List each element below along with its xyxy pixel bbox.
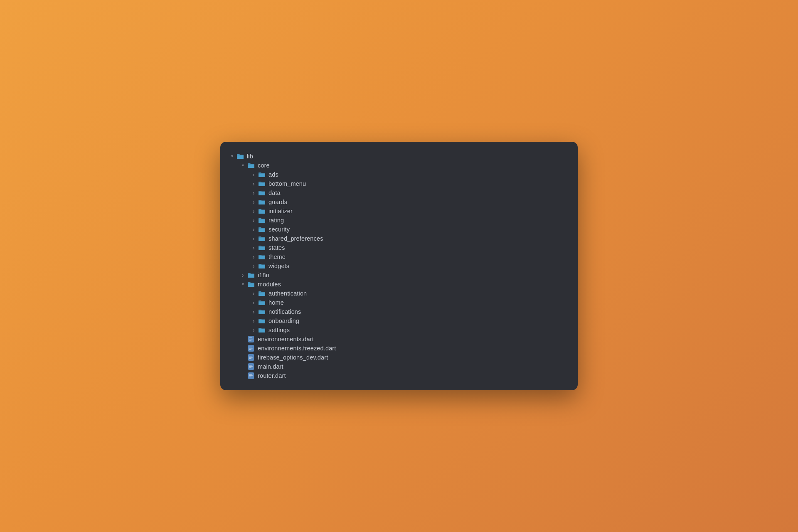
folder-icon	[258, 254, 266, 260]
folder-icon	[247, 272, 255, 278]
chevron-right-icon	[239, 272, 246, 278]
tree-item-guards[interactable]: guards	[220, 197, 578, 207]
svg-rect-13	[249, 365, 252, 366]
svg-rect-11	[249, 358, 251, 359]
folder-icon	[258, 290, 266, 297]
item-label: main.dart	[258, 364, 283, 370]
tree-item-authentication[interactable]: authentication	[220, 289, 578, 298]
item-label: core	[258, 163, 270, 169]
chevron-right-icon	[250, 199, 257, 205]
item-label: modules	[258, 281, 281, 288]
item-label: lib	[247, 153, 253, 160]
chevron-right-icon	[250, 190, 257, 196]
chevron-down-icon	[229, 153, 235, 160]
item-label: notifications	[268, 309, 301, 315]
tree-item-notifications[interactable]: notifications	[220, 307, 578, 316]
tree-item-environnements.freezed.dart[interactable]: environnements.freezed.dart	[220, 344, 578, 353]
folder-icon	[258, 235, 266, 242]
tree-item-bottom_menu[interactable]: bottom_menu	[220, 179, 578, 188]
tree-item-router.dart[interactable]: router.dart	[220, 371, 578, 380]
item-label: guards	[268, 199, 287, 205]
folder-icon	[258, 299, 266, 306]
chevron-right-icon	[250, 217, 257, 224]
tree-item-environnements.dart[interactable]: environnements.dart	[220, 335, 578, 344]
tree-item-home[interactable]: home	[220, 298, 578, 307]
tree-item-theme[interactable]: theme	[220, 252, 578, 261]
folder-icon	[258, 180, 266, 187]
item-label: rating	[268, 217, 284, 224]
svg-rect-19	[249, 377, 251, 377]
item-label: environnements.freezed.dart	[258, 345, 336, 352]
tree-item-security[interactable]: security	[220, 225, 578, 234]
tree-item-i18n[interactable]: i18n	[220, 271, 578, 280]
svg-rect-15	[249, 367, 251, 368]
folder-icon	[258, 171, 266, 178]
dart-file-icon	[247, 345, 255, 352]
chevron-right-icon	[250, 226, 257, 233]
tree-item-shared_preferences[interactable]: shared_preferences	[220, 234, 578, 243]
tree-item-initializer[interactable]: initializer	[220, 207, 578, 216]
dart-file-icon	[247, 363, 255, 370]
tree-item-data[interactable]: data	[220, 188, 578, 197]
tree-item-modules[interactable]: modules	[220, 280, 578, 289]
tree-item-widgets[interactable]: widgets	[220, 261, 578, 271]
folder-icon	[258, 308, 266, 315]
chevron-right-icon	[250, 290, 257, 297]
chevron-right-icon	[250, 244, 257, 251]
tree-item-main.dart[interactable]: main.dart	[220, 362, 578, 371]
folder-icon	[258, 190, 266, 196]
svg-rect-17	[249, 374, 252, 375]
folder-icon	[247, 281, 255, 288]
item-label: home	[268, 300, 284, 306]
item-label: data	[268, 190, 281, 196]
folder-icon	[258, 199, 266, 205]
chevron-right-icon	[250, 171, 257, 178]
chevron-down-icon	[239, 162, 246, 169]
tree-item-settings[interactable]: settings	[220, 325, 578, 335]
item-label: shared_preferences	[268, 236, 323, 242]
svg-rect-18	[249, 375, 253, 376]
tree-item-lib[interactable]: lib	[220, 152, 578, 161]
item-label: theme	[268, 254, 286, 260]
folder-icon	[258, 244, 266, 251]
chevron-right-icon	[250, 235, 257, 242]
folder-icon	[258, 217, 266, 224]
dart-file-icon	[247, 354, 255, 361]
svg-rect-3	[249, 340, 251, 341]
folder-icon	[258, 263, 266, 269]
folder-icon	[258, 327, 266, 333]
svg-rect-2	[249, 339, 253, 340]
item-label: onboarding	[268, 318, 299, 324]
item-label: environnements.dart	[258, 336, 314, 342]
tree-item-onboarding[interactable]: onboarding	[220, 316, 578, 325]
chevron-right-icon	[250, 180, 257, 187]
item-label: settings	[268, 327, 290, 333]
chevron-down-icon	[239, 281, 246, 288]
folder-icon	[258, 318, 266, 324]
folder-icon	[258, 226, 266, 233]
folder-icon	[236, 153, 244, 160]
item-label: initializer	[268, 208, 293, 214]
svg-rect-10	[249, 357, 253, 358]
file-tree: lib core ads bottom_menu data guards ini…	[220, 152, 578, 380]
tree-item-core[interactable]: core	[220, 161, 578, 170]
item-label: widgets	[268, 263, 289, 269]
svg-rect-1	[249, 337, 252, 338]
svg-rect-9	[249, 356, 252, 357]
item-label: firebase_options_dev.dart	[258, 355, 328, 361]
dart-file-icon	[247, 336, 255, 342]
item-label: ads	[268, 172, 278, 178]
svg-rect-7	[249, 349, 251, 350]
svg-rect-5	[249, 347, 252, 347]
item-label: states	[268, 245, 285, 251]
tree-item-states[interactable]: states	[220, 243, 578, 252]
item-label: router.dart	[258, 373, 286, 379]
svg-rect-14	[249, 366, 253, 367]
tree-item-firebase_options_dev.dart[interactable]: firebase_options_dev.dart	[220, 353, 578, 362]
dart-file-icon	[247, 372, 255, 379]
chevron-right-icon	[250, 327, 257, 333]
svg-rect-6	[249, 348, 253, 349]
tree-item-ads[interactable]: ads	[220, 170, 578, 179]
item-label: authentication	[268, 291, 307, 297]
tree-item-rating[interactable]: rating	[220, 216, 578, 225]
